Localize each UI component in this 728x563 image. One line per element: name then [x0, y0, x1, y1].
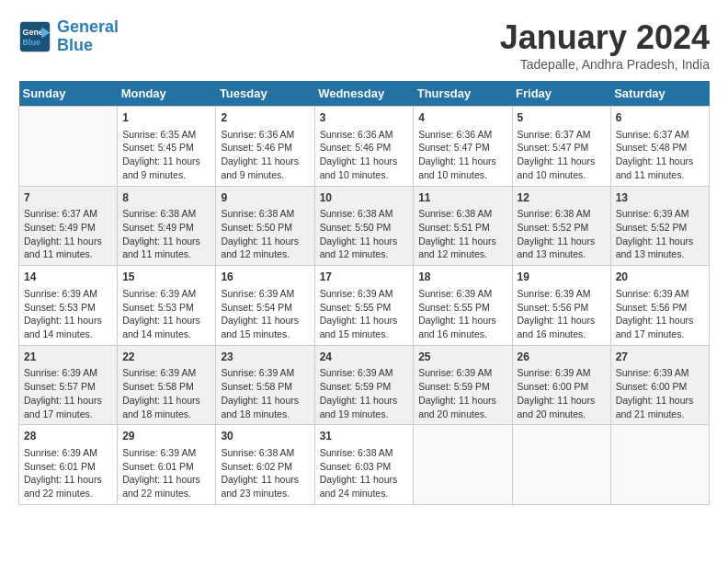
day-info: Sunrise: 6:35 AM Sunset: 5:45 PM Dayligh…: [122, 128, 210, 182]
day-info: Sunrise: 6:38 AM Sunset: 5:50 PM Dayligh…: [221, 207, 309, 261]
day-info: Sunrise: 6:38 AM Sunset: 5:50 PM Dayligh…: [320, 207, 409, 261]
calendar-cell: 28Sunrise: 6:39 AM Sunset: 6:01 PM Dayli…: [19, 425, 118, 505]
day-number: 16: [221, 270, 309, 285]
title-block: January 2024 Tadepalle, Andhra Pradesh, …: [500, 18, 710, 72]
calendar-cell: 18Sunrise: 6:39 AM Sunset: 5:55 PM Dayli…: [414, 266, 512, 346]
day-number: 28: [24, 429, 112, 444]
calendar-cell: 21Sunrise: 6:39 AM Sunset: 5:57 PM Dayli…: [19, 345, 118, 425]
day-number: 23: [221, 350, 309, 365]
day-info: Sunrise: 6:39 AM Sunset: 6:01 PM Dayligh…: [122, 446, 210, 500]
day-info: Sunrise: 6:38 AM Sunset: 5:51 PM Dayligh…: [418, 207, 506, 261]
calendar-week-row: 21Sunrise: 6:39 AM Sunset: 5:57 PM Dayli…: [19, 345, 710, 425]
calendar-cell: [610, 425, 709, 505]
calendar-cell: 9Sunrise: 6:38 AM Sunset: 5:50 PM Daylig…: [216, 186, 314, 266]
calendar-week-row: 14Sunrise: 6:39 AM Sunset: 5:53 PM Dayli…: [19, 266, 710, 346]
day-number: 25: [418, 350, 506, 365]
day-number: 29: [122, 429, 210, 444]
calendar-cell: 7Sunrise: 6:37 AM Sunset: 5:49 PM Daylig…: [19, 186, 118, 266]
day-info: Sunrise: 6:39 AM Sunset: 5:58 PM Dayligh…: [221, 366, 309, 420]
calendar-cell: 5Sunrise: 6:37 AM Sunset: 5:47 PM Daylig…: [512, 107, 610, 187]
logo-text: General Blue: [57, 18, 119, 55]
calendar-cell: 29Sunrise: 6:39 AM Sunset: 6:01 PM Dayli…: [118, 425, 216, 505]
day-info: Sunrise: 6:39 AM Sunset: 5:56 PM Dayligh…: [616, 287, 704, 341]
day-number: 22: [122, 350, 210, 365]
logo-line1: General: [57, 17, 119, 36]
day-number: 9: [221, 190, 309, 206]
day-info: Sunrise: 6:39 AM Sunset: 5:55 PM Dayligh…: [320, 287, 409, 341]
header-monday: Monday: [118, 81, 216, 107]
calendar-cell: 19Sunrise: 6:39 AM Sunset: 5:56 PM Dayli…: [512, 266, 610, 346]
calendar-cell: 6Sunrise: 6:37 AM Sunset: 5:48 PM Daylig…: [610, 107, 709, 187]
day-info: Sunrise: 6:37 AM Sunset: 5:49 PM Dayligh…: [24, 207, 112, 261]
calendar-cell: 1Sunrise: 6:35 AM Sunset: 5:45 PM Daylig…: [118, 107, 216, 187]
day-number: 8: [122, 190, 210, 206]
calendar-cell: 4Sunrise: 6:36 AM Sunset: 5:47 PM Daylig…: [414, 107, 512, 187]
day-info: Sunrise: 6:39 AM Sunset: 5:52 PM Dayligh…: [616, 207, 704, 261]
calendar-cell: 13Sunrise: 6:39 AM Sunset: 5:52 PM Dayli…: [610, 186, 709, 266]
calendar-cell: 20Sunrise: 6:39 AM Sunset: 5:56 PM Dayli…: [610, 266, 709, 346]
day-info: Sunrise: 6:39 AM Sunset: 5:55 PM Dayligh…: [418, 287, 506, 341]
calendar-cell: 3Sunrise: 6:36 AM Sunset: 5:46 PM Daylig…: [314, 107, 414, 187]
day-info: Sunrise: 6:36 AM Sunset: 5:46 PM Dayligh…: [221, 128, 309, 182]
day-number: 10: [320, 190, 409, 206]
day-info: Sunrise: 6:36 AM Sunset: 5:46 PM Dayligh…: [320, 128, 409, 182]
day-number: 24: [320, 350, 409, 365]
day-info: Sunrise: 6:37 AM Sunset: 5:48 PM Dayligh…: [616, 128, 704, 182]
day-info: Sunrise: 6:39 AM Sunset: 5:54 PM Dayligh…: [221, 287, 309, 341]
calendar-week-row: 28Sunrise: 6:39 AM Sunset: 6:01 PM Dayli…: [19, 425, 710, 505]
calendar-table: SundayMondayTuesdayWednesdayThursdayFrid…: [18, 81, 710, 505]
day-number: 18: [418, 270, 506, 285]
day-info: Sunrise: 6:38 AM Sunset: 5:52 PM Dayligh…: [518, 207, 606, 261]
day-number: 2: [221, 110, 309, 126]
day-number: 3: [320, 110, 409, 126]
location-subtitle: Tadepalle, Andhra Pradesh, India: [500, 57, 710, 72]
day-number: 1: [122, 110, 210, 126]
header-friday: Friday: [512, 81, 610, 107]
calendar-cell: 15Sunrise: 6:39 AM Sunset: 5:53 PM Dayli…: [118, 266, 216, 346]
day-number: 11: [418, 190, 506, 206]
day-info: Sunrise: 6:39 AM Sunset: 5:59 PM Dayligh…: [320, 366, 409, 420]
day-number: 13: [616, 190, 704, 206]
calendar-cell: 17Sunrise: 6:39 AM Sunset: 5:55 PM Dayli…: [314, 266, 414, 346]
day-number: 19: [518, 270, 606, 285]
day-number: 20: [616, 270, 704, 285]
day-number: 7: [24, 190, 112, 206]
day-number: 21: [24, 350, 112, 365]
header-sunday: Sunday: [19, 81, 118, 107]
logo: Gener Blue General Blue: [18, 18, 119, 55]
logo-icon: Gener Blue: [18, 20, 51, 53]
day-number: 5: [518, 110, 606, 126]
calendar-week-row: 7Sunrise: 6:37 AM Sunset: 5:49 PM Daylig…: [19, 186, 710, 266]
day-info: Sunrise: 6:39 AM Sunset: 6:00 PM Dayligh…: [616, 366, 704, 420]
calendar-cell: [512, 425, 610, 505]
month-title: January 2024: [500, 18, 710, 57]
header-thursday: Thursday: [414, 81, 512, 107]
day-info: Sunrise: 6:39 AM Sunset: 5:53 PM Dayligh…: [122, 287, 210, 341]
calendar-cell: 14Sunrise: 6:39 AM Sunset: 5:53 PM Dayli…: [19, 266, 118, 346]
day-info: Sunrise: 6:39 AM Sunset: 5:58 PM Dayligh…: [122, 366, 210, 420]
day-info: Sunrise: 6:36 AM Sunset: 5:47 PM Dayligh…: [418, 128, 506, 182]
day-number: 31: [320, 429, 409, 444]
calendar-week-row: 1Sunrise: 6:35 AM Sunset: 5:45 PM Daylig…: [19, 107, 710, 187]
calendar-cell: 31Sunrise: 6:38 AM Sunset: 6:03 PM Dayli…: [314, 425, 414, 505]
calendar-cell: 23Sunrise: 6:39 AM Sunset: 5:58 PM Dayli…: [216, 345, 314, 425]
day-number: 14: [24, 270, 112, 285]
calendar-cell: 27Sunrise: 6:39 AM Sunset: 6:00 PM Dayli…: [610, 345, 709, 425]
day-info: Sunrise: 6:39 AM Sunset: 5:59 PM Dayligh…: [418, 366, 506, 420]
calendar-cell: 16Sunrise: 6:39 AM Sunset: 5:54 PM Dayli…: [216, 266, 314, 346]
day-info: Sunrise: 6:38 AM Sunset: 5:49 PM Dayligh…: [122, 207, 210, 261]
day-number: 15: [122, 270, 210, 285]
day-info: Sunrise: 6:39 AM Sunset: 6:01 PM Dayligh…: [24, 446, 112, 500]
calendar-cell: 22Sunrise: 6:39 AM Sunset: 5:58 PM Dayli…: [118, 345, 216, 425]
day-info: Sunrise: 6:39 AM Sunset: 5:56 PM Dayligh…: [518, 287, 606, 341]
calendar-cell: [19, 107, 118, 187]
day-number: 30: [221, 429, 309, 444]
header-tuesday: Tuesday: [216, 81, 314, 107]
calendar-cell: 30Sunrise: 6:38 AM Sunset: 6:02 PM Dayli…: [216, 425, 314, 505]
calendar-cell: [414, 425, 512, 505]
day-number: 27: [616, 350, 704, 365]
day-info: Sunrise: 6:39 AM Sunset: 6:00 PM Dayligh…: [518, 366, 606, 420]
day-number: 6: [616, 110, 704, 126]
page-header: Gener Blue General Blue January 2024 Tad…: [18, 18, 710, 72]
day-info: Sunrise: 6:38 AM Sunset: 6:03 PM Dayligh…: [320, 446, 409, 500]
